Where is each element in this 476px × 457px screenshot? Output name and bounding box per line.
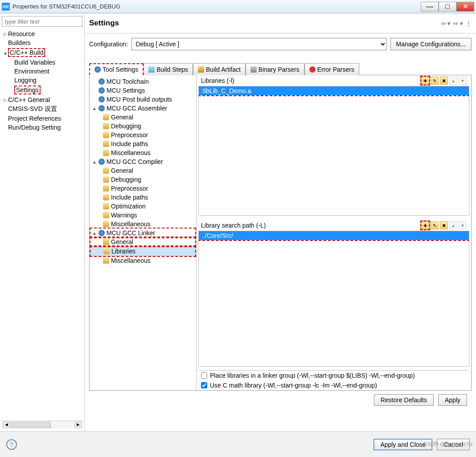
restore-defaults-button[interactable]: Restore Defaults <box>374 394 434 406</box>
apply-button[interactable]: Apply <box>438 394 467 406</box>
list-item[interactable]: :libLib_C_Demo.a <box>199 86 469 95</box>
tooltree-item[interactable]: General <box>90 237 195 246</box>
manage-config-button[interactable]: Manage Configurations... <box>390 38 472 50</box>
titlebar: IDE Properties for STM32F401CCU6_DEBUG —… <box>0 0 476 13</box>
tooltree-label: MCU Settings <box>107 87 145 94</box>
tooltree-item[interactable]: Include paths <box>90 193 195 202</box>
movedown-libpath-button[interactable]: ▼ <box>459 221 467 229</box>
libpath-list[interactable]: ../Core/Src/ <box>198 231 469 367</box>
nav-pane: ▷ResourceBuilders▲C/C++ BuildBuild Varia… <box>0 13 85 431</box>
scroll-thumb[interactable] <box>11 422 51 428</box>
tooltree-item[interactable]: Debugging <box>90 175 195 184</box>
ic-fold-icon <box>103 114 109 120</box>
watermark: CSDN @PegasusYu <box>423 441 472 447</box>
add-library-button[interactable]: ✚ <box>421 77 429 85</box>
menu-icon[interactable]: ⋮ <box>466 20 472 27</box>
tooltree-label: MCU Toolchain <box>107 78 149 85</box>
tab-build-artifact[interactable]: Build Artifact <box>193 63 246 75</box>
movedown-library-button[interactable]: ▼ <box>459 77 467 85</box>
tooltree-item[interactable]: Warnings <box>90 211 195 220</box>
edit-library-button[interactable]: ✎ <box>431 77 439 85</box>
ic-fold-icon <box>103 176 109 183</box>
tool-content: Libraries (-l) ✚ ✎ ✖ ▲ ▼ :libLib_C_Demo.… <box>197 75 471 390</box>
add-libpath-button[interactable]: ✚ <box>421 221 429 229</box>
tooltree-item[interactable]: General <box>90 166 195 175</box>
tooltree-item[interactable]: Miscellaneous <box>90 256 195 265</box>
nav-item[interactable]: Run/Debug Setting <box>2 123 82 132</box>
scroll-right-icon[interactable]: ▶ <box>74 422 82 428</box>
nav-item[interactable]: CMSIS-SVD 设置 <box>2 104 82 114</box>
nav-item[interactable]: Settings <box>2 85 82 95</box>
tooltree-item[interactable]: Miscellaneous <box>90 220 195 228</box>
tooltree-label: MCU GCC Assembler <box>107 105 167 112</box>
hscrollbar[interactable]: ◀ ▶ <box>2 420 82 428</box>
tab-build-steps[interactable]: Build Steps <box>144 63 193 75</box>
libpath-label: Library search path (-L) <box>201 222 421 229</box>
tooltree-item[interactable]: ▲MCU GCC Linker <box>90 228 195 237</box>
ic-gear-icon <box>98 105 105 111</box>
delete-library-button[interactable]: ✖ <box>440 77 448 85</box>
ic-fold-icon <box>103 239 109 245</box>
moveup-library-button[interactable]: ▲ <box>449 77 457 85</box>
nav-item[interactable]: Project References <box>2 114 82 123</box>
nav-tree[interactable]: ▷ResourceBuilders▲C/C++ BuildBuild Varia… <box>2 29 82 420</box>
tooltree-item[interactable]: MCU Post build outputs <box>90 95 195 104</box>
scroll-left-icon[interactable]: ◀ <box>3 422 10 428</box>
list-item[interactable]: ../Core/Src/ <box>199 231 469 240</box>
libraries-list[interactable]: :libLib_C_Demo.a <box>198 86 469 216</box>
tooltree-label: Debugging <box>111 122 141 130</box>
mathlib-label: Use C math library (-Wl,--start-group -l… <box>210 382 377 389</box>
linker-group-checkbox[interactable] <box>201 372 207 379</box>
nav-item[interactable]: Logging <box>2 76 82 85</box>
libraries-label: Libraries (-l) <box>201 77 421 84</box>
libraries-header: Libraries (-l) ✚ ✎ ✖ ▲ ▼ <box>198 75 469 86</box>
tooltree-item[interactable]: MCU Toolchain <box>90 77 195 86</box>
tooltree-item[interactable]: ▲MCU GCC Assembler <box>90 104 195 113</box>
nav-label: Logging <box>14 77 37 84</box>
maximize-button[interactable]: □ <box>439 2 456 12</box>
ic-fold-icon <box>103 185 109 192</box>
delete-libpath-button[interactable]: ✖ <box>440 221 448 229</box>
nav-item[interactable]: ▷C/C++ General <box>2 95 82 104</box>
nav-item[interactable]: ▷Resource <box>2 29 82 38</box>
tooltree-item[interactable]: Debugging <box>90 122 195 131</box>
tooltree-item[interactable]: ▲MCU GCC Compiler <box>90 157 195 166</box>
nav-item[interactable]: Builders <box>2 38 82 47</box>
tooltree-item[interactable]: Preprocessor <box>90 184 195 193</box>
ic-gear-icon <box>98 230 105 236</box>
ic-fold-icon <box>103 221 109 227</box>
filter-input[interactable] <box>2 16 82 27</box>
nav-label: Environment <box>14 68 49 75</box>
back-icon[interactable]: ⇦ ▾ <box>441 20 451 27</box>
help-icon[interactable]: ? <box>6 439 17 450</box>
close-button[interactable]: ✕ <box>456 2 474 12</box>
tooltree-item[interactable]: Libraries <box>90 246 195 256</box>
tooltree-item[interactable]: General <box>90 113 195 122</box>
ic-gear-icon <box>98 87 105 94</box>
tooltree-item[interactable]: Miscellaneous <box>90 148 195 157</box>
ic-fold-icon <box>103 248 110 254</box>
nav-item[interactable]: Build Variables <box>2 58 82 67</box>
nav-item[interactable]: ▲C/C++ Build <box>2 47 82 58</box>
tooltree-item[interactable]: Include paths <box>90 139 195 148</box>
app-icon: IDE <box>2 3 10 11</box>
moveup-libpath-button[interactable]: ▲ <box>449 221 457 229</box>
tab-binary-parsers[interactable]: Binary Parsers <box>246 63 304 75</box>
tab-label: Tool Settings <box>103 66 138 73</box>
minimize-button[interactable]: — <box>421 2 439 12</box>
nav-item[interactable]: Environment <box>2 67 82 76</box>
tooltree-item[interactable]: Preprocessor <box>90 131 195 139</box>
tooltree-item[interactable]: MCU Settings <box>90 86 195 95</box>
tab-label: Build Steps <box>156 66 188 73</box>
tab-error-parsers[interactable]: Error Parsers <box>304 63 359 75</box>
config-select[interactable]: Debug [ Active ] <box>131 38 386 50</box>
tab-tool-settings[interactable]: Tool Settings <box>89 63 144 75</box>
ic-fold-icon <box>103 257 109 264</box>
ic-tool-icon <box>148 66 155 73</box>
mathlib-checkbox[interactable] <box>201 382 207 388</box>
tooltree-item[interactable]: Optimization <box>90 202 195 211</box>
forward-icon[interactable]: ⇨ ▾ <box>453 20 463 27</box>
tool-tree[interactable]: MCU ToolchainMCU SettingsMCU Post build … <box>90 75 197 390</box>
edit-libpath-button[interactable]: ✎ <box>431 221 439 229</box>
libpath-header: Library search path (-L) ✚ ✎ ✖ ▲ ▼ <box>198 220 469 231</box>
